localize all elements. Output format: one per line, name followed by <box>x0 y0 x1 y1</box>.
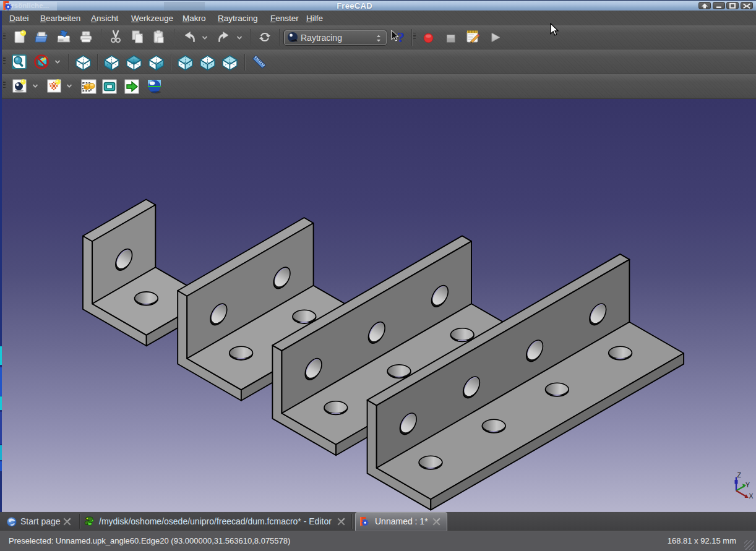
svg-text:Z: Z <box>737 471 742 479</box>
svg-text:Y: Y <box>745 481 750 489</box>
svg-text:?: ? <box>397 29 405 45</box>
svg-text:X: X <box>749 492 754 500</box>
